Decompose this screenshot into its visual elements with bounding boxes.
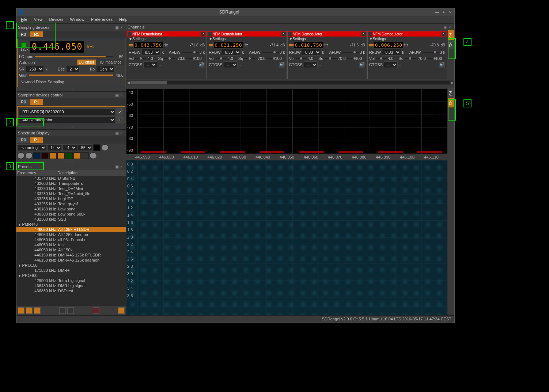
dc-offset-button[interactable]: DC offset (77, 60, 96, 65)
channel-freq[interactable]: 0.031.250 (214, 42, 243, 48)
maxhold-btn[interactable] (41, 152, 49, 159)
preset-row[interactable]: 466830 kHzDSDtest (16, 288, 126, 293)
preset-export[interactable] (59, 307, 66, 314)
vol-slider[interactable] (376, 58, 387, 59)
preset-row[interactable]: 446150 kHzDMR446 125k daemon (16, 258, 126, 263)
channel-title[interactable]: NFM Demodulator× (207, 31, 286, 37)
preset-row[interactable]: 466480 kHzDMR big signal (16, 283, 126, 288)
tab-r0[interactable]: R0 (17, 137, 30, 143)
preset-import[interactable] (67, 307, 74, 314)
titlebar[interactable]: SDRangel — + × (16, 8, 454, 16)
grid-toggle[interactable] (82, 152, 89, 159)
preset-group[interactable]: PMR446 (16, 222, 126, 227)
trace-btn[interactable] (33, 152, 41, 159)
waterfall-btn[interactable] (57, 152, 65, 159)
preset-update[interactable] (26, 307, 33, 314)
close-panel-icon[interactable]: × (120, 164, 125, 169)
tab-r0[interactable]: R0 (17, 99, 30, 105)
channel-close-icon[interactable]: × (442, 32, 446, 36)
ctcss-select[interactable]: -- (304, 61, 318, 68)
current-btn[interactable] (65, 152, 73, 159)
detach-icon[interactable]: ▣ (115, 164, 120, 169)
channel-settings-toggle[interactable]: ▼Settings (368, 37, 447, 41)
device-select[interactable]: RTL-SDR[0] R8202000 (19, 109, 116, 115)
sq-slider[interactable] (325, 58, 336, 59)
preset-row[interactable]: 433255 kHzbugUDP (16, 196, 126, 201)
speaker-icon[interactable]: 🔊 (359, 62, 365, 68)
rfbw-select[interactable]: 8.33 (222, 49, 241, 56)
detach-icon[interactable]: ▣ (115, 131, 120, 135)
sq-slider2[interactable] (347, 58, 354, 59)
presets-list[interactable]: 431740 kHzD-StarNB432600 kHzTransponders… (16, 176, 126, 306)
channel-settings-toggle[interactable]: ▼Settings (288, 37, 367, 41)
close-panel-icon[interactable]: × (120, 131, 125, 135)
channel-freq[interactable]: 0.006.250 (374, 42, 403, 48)
preset-row[interactable]: 446050 kHzAll 150k (16, 247, 126, 252)
dec-select[interactable]: 2 (66, 66, 80, 72)
afbw-slider[interactable] (262, 52, 279, 53)
ctcss-select[interactable]: -- (384, 61, 398, 68)
preset-row[interactable]: 429900 kHzTetra big signal (16, 278, 126, 283)
preset-edit[interactable] (34, 307, 41, 314)
channel-title[interactable]: NFM Demodulator× (127, 31, 206, 37)
preset-row[interactable]: 171530 kHzDMR+ (16, 268, 126, 273)
sq-slider[interactable] (244, 58, 255, 59)
col-frequency[interactable]: Frequency (17, 171, 57, 175)
lo-ppm-slider[interactable] (35, 56, 113, 57)
vol-slider[interactable] (135, 58, 146, 59)
channel-settings-toggle[interactable]: ▼Settings (127, 37, 206, 41)
spectrum-tab-r0[interactable]: R0 (448, 88, 454, 98)
gain-slider[interactable] (29, 75, 113, 76)
menu-file[interactable]: File (18, 16, 30, 23)
iq-imbalance-button[interactable]: IQ imbalance (98, 60, 124, 65)
channel-settings-toggle[interactable]: ▼Settings (207, 37, 286, 41)
grid-btn[interactable] (17, 152, 24, 159)
color-button[interactable] (93, 144, 101, 151)
sq-slider2[interactable] (266, 58, 274, 59)
vol-slider[interactable] (296, 58, 307, 59)
tab-r1[interactable]: R1 (30, 137, 43, 143)
afbw-slider[interactable] (182, 52, 198, 53)
sq-slider[interactable] (405, 58, 416, 59)
preset-row[interactable]: 446050 kHzAll 125k RTLSDR (16, 227, 126, 232)
sr-select[interactable]: 250 (26, 66, 44, 72)
channel-close-icon[interactable]: × (281, 32, 286, 36)
rfbw-select[interactable]: 8.33 (382, 49, 401, 56)
preset-row[interactable]: 446050 kHztest (16, 242, 126, 247)
ref-select[interactable]: -40 (63, 144, 77, 151)
sq-slider2[interactable] (186, 58, 194, 59)
menu-preferences[interactable]: Preferences (88, 16, 116, 23)
radio-button[interactable] (101, 144, 109, 151)
ctcss-select[interactable]: -- (143, 61, 157, 68)
speaker-icon[interactable]: 🔊 (199, 62, 205, 68)
afbw-slider[interactable] (342, 52, 359, 53)
preset-row[interactable]: 446150 kHzDMR446 125k RTLSDR (16, 252, 126, 258)
afbw-slider[interactable] (422, 52, 439, 53)
grid-btn2[interactable] (25, 152, 33, 159)
channel-title[interactable]: NFM Demodulator× (368, 31, 447, 37)
preset-load[interactable] (118, 307, 125, 314)
preset-row[interactable]: 433255 kHzTest_gr-ysf (16, 201, 126, 206)
preset-row[interactable]: 432300 kHzSSB (16, 217, 126, 222)
waterfall-plot[interactable]: 0.00.20.40.60.81.01.21.41.61.82.02.22.42… (126, 160, 448, 315)
dot-btn[interactable] (90, 152, 97, 159)
preset-row[interactable]: 433230 kHzTest_DV4mini_file (16, 191, 126, 196)
channel-close-icon[interactable]: × (361, 32, 366, 36)
invert-btn[interactable] (73, 152, 81, 159)
fft-plot[interactable]: -40-50-60-70-80-90 (126, 88, 448, 154)
tab-r1[interactable]: R1 (30, 99, 43, 105)
detach-icon[interactable]: ▣ (443, 25, 448, 29)
preset-group[interactable]: PRO400 (16, 273, 126, 278)
channel-close-icon[interactable]: × (201, 32, 205, 36)
channel-freq[interactable]: 0.018.750 (294, 42, 323, 48)
preset-new[interactable] (18, 307, 24, 314)
preset-row[interactable]: 430180 kHzLow band (16, 206, 126, 212)
maximize-button[interactable]: + (441, 9, 446, 15)
speaker-icon[interactable]: 🔊 (279, 62, 285, 68)
menu-devices[interactable]: Devices (46, 16, 66, 23)
histogram-btn[interactable] (49, 152, 57, 159)
menu-view[interactable]: View (31, 16, 46, 23)
close-panel-icon[interactable]: × (120, 93, 125, 97)
sq-slider2[interactable] (427, 58, 434, 59)
channel-title[interactable]: NFM Demodulator× (288, 31, 367, 37)
